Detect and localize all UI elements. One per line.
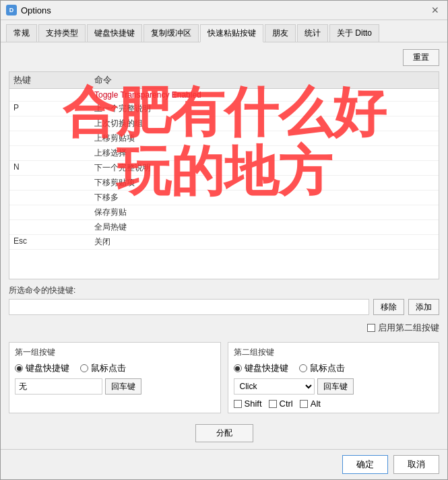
table-row[interactable]: 上移剪贴项 [9, 131, 439, 146]
shortcut-label: 所选命令的快捷键: [9, 285, 439, 296]
table-row[interactable]: P 上一个完整说明 [9, 102, 439, 116]
table-row[interactable]: 上移选择 [9, 146, 439, 161]
group1-keyboard-radio-btn [15, 364, 23, 372]
groups-row: 第一组按键 键盘快捷键 鼠标点击 回车键 [9, 342, 439, 413]
group2-title: 第二组按键 [234, 347, 434, 358]
table-row[interactable]: 下移多 [9, 191, 439, 205]
group2-radio-keyboard[interactable]: 键盘快捷键 [234, 362, 288, 374]
group2-ctrl-checkbox[interactable]: Ctrl [269, 399, 293, 409]
enable-second-group-checkbox[interactable]: 启用第二组按键 [367, 322, 439, 334]
table-body[interactable]: Toggle Transparency Enabled P 上一个完整说明 上次… [9, 89, 439, 277]
group1-radio-row: 键盘快捷键 鼠标点击 [15, 362, 215, 374]
table-row[interactable]: Toggle Transparency Enabled [9, 89, 439, 102]
group1-mouse-label: 鼠标点击 [91, 362, 126, 374]
group2-mouse-radio-btn [299, 364, 307, 372]
group1-enter-button[interactable]: 回车键 [105, 378, 141, 395]
tab-about[interactable]: 关于 Ditto [329, 24, 379, 42]
group1-box: 第一组按键 键盘快捷键 鼠标点击 回车键 [9, 342, 221, 413]
group2-keyboard-radio-btn [234, 364, 242, 372]
table-row[interactable]: 下移剪贴项 [9, 176, 439, 191]
group1-key-input[interactable] [15, 378, 102, 395]
close-button[interactable]: ✕ [428, 5, 442, 15]
group2-input-row: Click Double Click Right Click Middle Cl… [234, 378, 434, 395]
ok-button[interactable]: 确定 [342, 455, 388, 474]
main-content: 合肥有什么好 玩的地方 重置 热键 命令 Toggle Transparency… [1, 42, 447, 449]
table-row[interactable]: 全局热键 [9, 220, 439, 235]
group2-modifier-row: Shift Ctrl Alt [234, 399, 434, 409]
group2-mouse-label: 鼠标点击 [310, 362, 345, 374]
cancel-button[interactable]: 取消 [393, 455, 439, 474]
alt-label: Alt [311, 399, 321, 409]
shift-label: Shift [245, 399, 262, 409]
app-icon: D [6, 5, 17, 15]
title-bar: D Options ✕ [1, 1, 447, 20]
group1-title: 第一组按键 [15, 347, 215, 358]
tab-keyboard-shortcuts[interactable]: 键盘快捷键 [87, 24, 142, 42]
group1-mouse-radio-btn [80, 364, 88, 372]
table-row[interactable]: N 下一个完整说明 [9, 161, 439, 176]
enable-second-group-label: 启用第二组按键 [378, 322, 439, 334]
group2-shift-checkbox[interactable]: Shift [234, 399, 262, 409]
options-window: D Options ✕ 常规 支持类型 键盘快捷键 复制缓冲区 快速粘贴按键 朋… [0, 0, 448, 480]
shortcut-section: 所选命令的快捷键: 移除 添加 [9, 285, 439, 315]
table-row[interactable]: Esc 关闭 [9, 235, 439, 250]
assign-row: 分配 [9, 424, 439, 442]
shortcut-row: 移除 添加 [9, 299, 439, 315]
col-command-header: 命令 [94, 74, 435, 86]
commands-table: 热键 命令 Toggle Transparency Enabled P 上一个完… [9, 71, 439, 279]
tab-friends[interactable]: 朋友 [265, 24, 296, 42]
tab-quick-paste[interactable]: 快速粘贴按键 [200, 24, 263, 42]
group1-input-row: 回车键 [15, 378, 215, 395]
group1-radio-mouse[interactable]: 鼠标点击 [80, 362, 126, 374]
tab-support-type[interactable]: 支持类型 [38, 24, 86, 42]
group2-box: 第二组按键 键盘快捷键 鼠标点击 Click Double Click [228, 342, 440, 413]
group1-keyboard-label: 键盘快捷键 [26, 362, 69, 374]
ctrl-label: Ctrl [280, 399, 293, 409]
tab-general[interactable]: 常规 [6, 24, 37, 42]
group2-dropdown[interactable]: Click Double Click Right Click Middle Cl… [234, 378, 315, 395]
tab-stats[interactable]: 统计 [297, 24, 328, 42]
reset-row: 重置 [9, 49, 439, 66]
checkbox-box [367, 324, 375, 332]
enable-second-group-row: 启用第二组按键 [9, 322, 439, 334]
remove-button[interactable]: 移除 [373, 299, 404, 315]
tab-copy-buffer[interactable]: 复制缓冲区 [143, 24, 199, 42]
table-row[interactable]: 保存剪贴 [9, 205, 439, 220]
bottom-bar: 确定 取消 [1, 449, 447, 479]
title-bar-left: D Options [6, 5, 51, 15]
alt-checkbox-box [300, 400, 308, 408]
group2-keyboard-label: 键盘快捷键 [245, 362, 288, 374]
group2-radio-row: 键盘快捷键 鼠标点击 [234, 362, 434, 374]
shortcut-input[interactable] [9, 299, 369, 315]
reset-button[interactable]: 重置 [403, 49, 439, 66]
col-hotkey-header: 热键 [13, 74, 94, 86]
shift-checkbox-box [234, 400, 242, 408]
table-header: 热键 命令 [9, 72, 439, 89]
table-row[interactable]: 上次切换的组 [9, 116, 439, 131]
group2-alt-checkbox[interactable]: Alt [300, 399, 321, 409]
ctrl-checkbox-box [269, 400, 277, 408]
add-button[interactable]: 添加 [408, 299, 439, 315]
group1-radio-keyboard[interactable]: 键盘快捷键 [15, 362, 69, 374]
group2-enter-button[interactable]: 回车键 [317, 378, 354, 395]
assign-button[interactable]: 分配 [195, 424, 253, 442]
group2-radio-mouse[interactable]: 鼠标点击 [299, 362, 345, 374]
window-title: Options [21, 5, 51, 15]
tab-bar: 常规 支持类型 键盘快捷键 复制缓冲区 快速粘贴按键 朋友 统计 关于 Ditt… [1, 20, 447, 42]
